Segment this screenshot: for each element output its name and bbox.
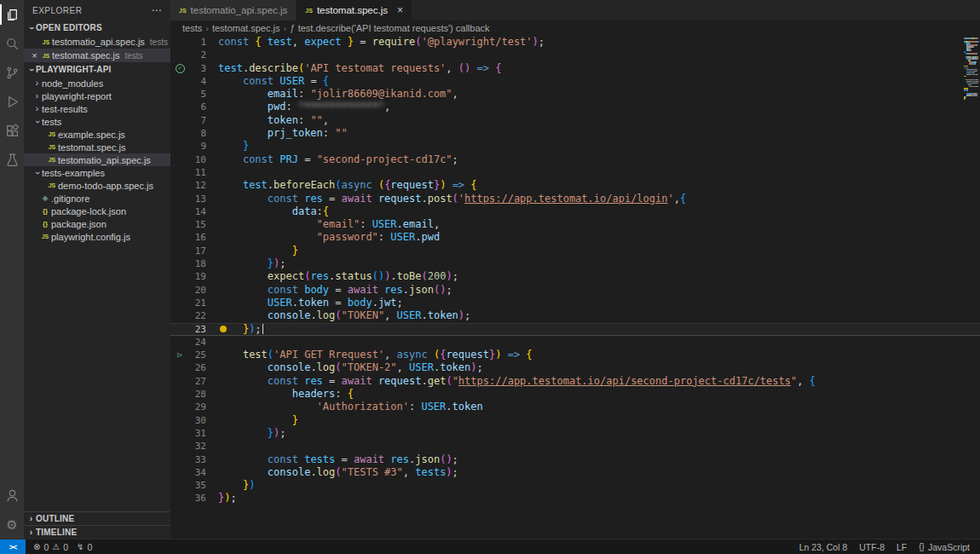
code-line[interactable]: 34 console.log("TESTS #3", tests); <box>170 466 980 479</box>
code-line[interactable]: 19 expect(res.status()).toBe(200); <box>170 270 980 283</box>
problems-indicator[interactable]: ⊗0 ⚠0 <box>33 542 68 552</box>
line-number: 19 <box>189 270 206 283</box>
code-text: const { test, expect } = require('@playw… <box>206 36 545 49</box>
explorer-icon[interactable] <box>0 0 24 29</box>
account-icon[interactable] <box>0 481 24 510</box>
gutter-glyph <box>170 218 189 231</box>
code-line[interactable]: 7 token: "", <box>170 114 980 127</box>
line-number: 9 <box>189 140 206 153</box>
code-line[interactable]: 33 const tests = await res.json(); <box>170 453 980 466</box>
code-line[interactable]: 30 } <box>170 414 980 427</box>
close-icon[interactable]: × <box>397 4 403 16</box>
timeline-header[interactable]: › TIMELINE <box>24 525 170 539</box>
open-editor-item[interactable]: JStestomatio_api.spec.jstests <box>24 35 170 49</box>
code-line[interactable]: 12 test.beforeEach(async ({request}) => … <box>170 179 980 192</box>
tree-item[interactable]: ›playwright-report <box>24 89 170 102</box>
code-line[interactable]: 22 console.log("TOKEN", USER.token); <box>170 309 980 322</box>
more-actions-icon[interactable]: ⋯ <box>152 4 163 16</box>
eol-indicator[interactable]: LF <box>896 542 907 552</box>
tree-item[interactable]: JSdemo-todo-app.spec.js <box>24 179 170 192</box>
code-line[interactable]: 32 <box>170 440 980 453</box>
code-line[interactable]: 36}); <box>170 492 980 505</box>
breadcrumb-item[interactable]: testomat.spec.js <box>212 23 280 33</box>
run-debug-icon[interactable] <box>0 87 24 116</box>
encoding-indicator[interactable]: UTF-8 <box>859 542 885 552</box>
code-line[interactable]: 29 'Authorization': USER.token <box>170 401 980 413</box>
code-line[interactable]: 17 } <box>170 245 980 257</box>
testing-beaker-icon[interactable] <box>0 145 24 174</box>
breadcrumb-item[interactable]: tests <box>182 23 202 33</box>
code-editor[interactable]: 1const { test, expect } = require('@play… <box>170 36 980 539</box>
open-editors-header[interactable]: › OPEN EDITORS <box>24 20 170 35</box>
code-line[interactable]: ▷25 test('API GET Rrequest', async ({req… <box>170 349 980 361</box>
outline-header[interactable]: › OUTLINE <box>24 511 170 525</box>
run-test-icon[interactable]: ▷ <box>177 349 182 361</box>
code-line[interactable]: ✓3test.describe('API testomat requests',… <box>170 62 980 75</box>
tree-item[interactable]: JSexample.spec.js <box>24 128 170 141</box>
line-number: 21 <box>189 297 206 309</box>
tree-item[interactable]: {}package.json <box>24 217 170 230</box>
code-line[interactable]: 35 }) <box>170 479 980 492</box>
code-line[interactable]: 21 USER.token = body.jwt; <box>170 297 980 309</box>
gutter-glyph <box>170 36 189 49</box>
extensions-icon[interactable] <box>0 116 24 145</box>
tree-item[interactable]: ›tests-examples <box>24 166 170 179</box>
code-line[interactable]: 8 prj_token: "" <box>170 127 980 140</box>
code-line[interactable]: 15 "email": USER.email, <box>170 218 980 231</box>
code-line[interactable]: 26 console.log("TOKEN-2", USER.token); <box>170 361 980 374</box>
braces-icon: {} <box>919 542 925 551</box>
code-line[interactable]: 23 }); <box>170 323 980 336</box>
tree-item[interactable]: ›node_modules <box>24 77 170 89</box>
code-line[interactable]: 28 headers: { <box>170 388 980 401</box>
language-indicator[interactable]: {}JavaScript <box>919 542 970 552</box>
tab-bar: JStestomatio_api.spec.jsJStestomat.spec.… <box>170 0 980 20</box>
tree-item[interactable]: JStestomatio_api.spec.js <box>24 153 170 166</box>
code-line[interactable]: 31 }); <box>170 427 980 440</box>
minimap[interactable] <box>964 38 979 100</box>
chevron-right-icon: › <box>32 105 42 113</box>
editor-tab[interactable]: JStestomatio_api.spec.js <box>170 0 297 20</box>
code-line[interactable]: 9 } <box>170 140 980 153</box>
search-icon[interactable] <box>0 29 24 58</box>
tree-item[interactable]: ›tests <box>24 115 170 128</box>
code-line[interactable]: 4 const USER = { <box>170 75 980 88</box>
tree-item[interactable]: JSplaywright.config.js <box>24 230 170 243</box>
breadcrumb-symbol[interactable]: test.describe('API testomat requests') c… <box>298 23 490 33</box>
settings-gear-icon[interactable]: ⚙ <box>0 510 24 539</box>
ports-indicator[interactable]: ↯0 <box>77 542 92 552</box>
source-control-icon[interactable] <box>0 58 24 87</box>
test-passed-icon[interactable]: ✓ <box>176 64 185 73</box>
code-line[interactable]: 27 const res = await request.get("https:… <box>170 375 980 388</box>
code-line[interactable]: 14 data:{ <box>170 205 980 218</box>
close-editor-icon[interactable]: × <box>29 50 40 61</box>
line-number: 8 <box>189 127 206 140</box>
code-line[interactable]: 6 pwd: "************", <box>170 101 980 113</box>
code-line[interactable]: 2 <box>170 49 980 61</box>
remote-indicator[interactable]: >< <box>0 540 26 554</box>
cursor-position[interactable]: Ln 23, Col 8 <box>799 542 848 552</box>
code-line[interactable]: 11 <box>170 166 980 179</box>
tree-item[interactable]: JStestomat.spec.js <box>24 141 170 153</box>
code-line[interactable]: 10 const PRJ = "second-project-cd17c"; <box>170 153 980 166</box>
tree-item[interactable]: ›test-results <box>24 102 170 115</box>
code-line[interactable]: 5 email: "jolir86609@ikanid.com", <box>170 88 980 101</box>
code-line[interactable]: 18 }); <box>170 257 980 270</box>
code-text: console.log("TOKEN-2", USER.token); <box>206 361 483 374</box>
tree-item[interactable]: ◆.gitignore <box>24 192 170 205</box>
code-text: }) <box>206 479 255 492</box>
code-line[interactable]: 16 "password": USER.pwd <box>170 231 980 244</box>
code-line[interactable]: 20 const body = await res.json(); <box>170 284 980 297</box>
lightbulb-icon[interactable] <box>220 326 227 332</box>
editor-tab[interactable]: JStestomat.spec.js× <box>297 0 412 20</box>
code-line[interactable]: 24 <box>170 336 980 349</box>
gutter-glyph <box>170 388 189 401</box>
line-number: 2 <box>189 49 206 61</box>
tree-item[interactable]: {}package-lock.json <box>24 205 170 217</box>
gutter-glyph <box>170 49 189 61</box>
workspace-header[interactable]: › PLAYWRIGHT-API <box>24 62 170 77</box>
gutter-glyph: ✓ <box>170 62 189 75</box>
tree-item-label: tests-examples <box>42 168 105 178</box>
code-line[interactable]: 13 const res = await request.post('https… <box>170 193 980 205</box>
open-editor-item[interactable]: ×JStestomat.spec.jstests <box>24 49 170 62</box>
code-line[interactable]: 1const { test, expect } = require('@play… <box>170 36 980 49</box>
